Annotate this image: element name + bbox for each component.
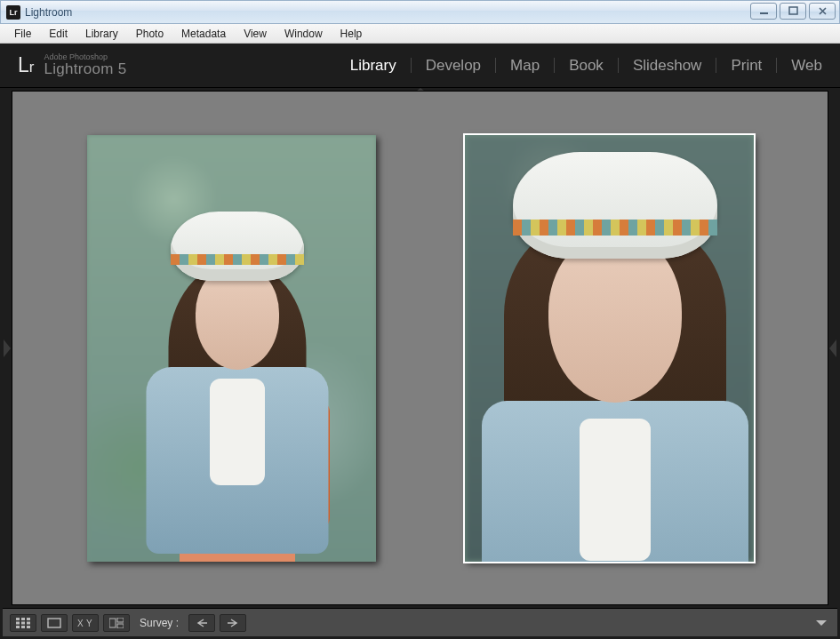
svg-rect-7 [27, 621, 30, 624]
menu-help[interactable]: Help [332, 26, 372, 42]
svg-rect-10 [27, 626, 30, 628]
close-button[interactable] [809, 3, 836, 20]
svg-rect-6 [21, 621, 25, 624]
module-web[interactable]: Web [777, 58, 822, 73]
toolbar-mode-label: Survey : [140, 617, 179, 629]
survey-photo-2[interactable] [465, 135, 754, 562]
menu-metadata[interactable]: Metadata [172, 26, 235, 42]
module-develop[interactable]: Develop [412, 58, 496, 73]
module-print[interactable]: Print [716, 58, 777, 73]
brand-line2: Lightroom 5 [44, 61, 126, 77]
photo-content [465, 135, 754, 562]
left-panel-toggle[interactable] [3, 91, 12, 605]
survey-canvas [12, 91, 828, 605]
grid-view-button[interactable] [10, 614, 36, 632]
menu-view[interactable]: View [235, 26, 276, 42]
svg-rect-15 [117, 618, 124, 622]
previous-photo-button[interactable] [188, 614, 215, 632]
menu-photo[interactable]: Photo [127, 26, 172, 42]
app-icon: Lr [6, 5, 20, 20]
svg-rect-1 [789, 7, 797, 14]
next-photo-button[interactable] [220, 614, 246, 632]
svg-text:X: X [77, 619, 84, 628]
right-panel-toggle[interactable] [828, 91, 837, 605]
menu-edit[interactable]: Edit [40, 26, 76, 42]
module-slideshow[interactable]: Slideshow [619, 58, 717, 73]
workspace [0, 88, 840, 608]
window-titlebar: Lr Lightroom [0, 0, 840, 24]
svg-text:Y: Y [86, 619, 92, 628]
module-picker: Library Develop Map Book Slideshow Print… [336, 58, 822, 73]
menu-window[interactable]: Window [276, 26, 332, 42]
identity-plate: Lr Adobe Photoshop Lightroom 5 [18, 53, 127, 77]
library-toolbar: X Y Survey : [3, 608, 837, 636]
svg-rect-3 [21, 618, 25, 620]
svg-rect-0 [760, 12, 768, 14]
menu-library[interactable]: Library [76, 26, 127, 42]
window-title: Lightroom [25, 6, 72, 19]
module-book[interactable]: Book [555, 58, 619, 73]
window-controls [750, 3, 836, 20]
toolbar-disclosure-button[interactable] [816, 620, 827, 626]
svg-rect-11 [48, 619, 60, 627]
maximize-button[interactable] [780, 3, 806, 20]
module-map[interactable]: Map [496, 58, 555, 73]
loupe-view-button[interactable] [41, 614, 68, 632]
menubar: File Edit Library Photo Metadata View Wi… [0, 24, 840, 44]
svg-rect-5 [16, 621, 20, 624]
svg-rect-2 [16, 618, 20, 620]
svg-rect-4 [27, 618, 30, 620]
minimize-button[interactable] [750, 3, 777, 20]
compare-view-button[interactable]: X Y [72, 614, 99, 632]
svg-rect-8 [16, 626, 20, 628]
svg-rect-14 [109, 619, 116, 627]
photo-content [87, 135, 376, 562]
app-frame: Lr Adobe Photoshop Lightroom 5 Library D… [0, 44, 840, 639]
identity-plate-bar: Lr Adobe Photoshop Lightroom 5 Library D… [0, 44, 840, 88]
svg-rect-16 [117, 624, 124, 628]
svg-rect-9 [21, 626, 25, 628]
menu-file[interactable]: File [5, 26, 40, 42]
survey-photo-1[interactable] [87, 135, 376, 562]
module-library[interactable]: Library [336, 58, 412, 73]
survey-view-button[interactable] [103, 614, 130, 632]
logo-mark: Lr [18, 55, 34, 76]
